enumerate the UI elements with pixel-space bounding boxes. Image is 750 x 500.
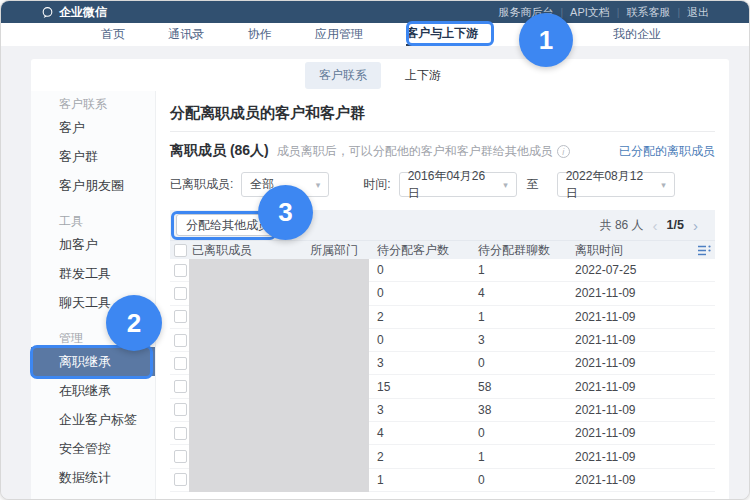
redacted-area (189, 259, 369, 492)
section-header: 离职成员 (86人) 成员离职后，可以分配他的客户和客户群给其他成员 i 已分配… (170, 142, 715, 160)
row-checkbox[interactable] (174, 450, 187, 463)
col-header-pending-groups: 待分配群聊数 (478, 242, 575, 259)
col-header-department: 所属部门 (310, 242, 377, 259)
chevron-down-icon: ▾ (661, 180, 666, 190)
assigned-members-link[interactable]: 已分配的离职成员 (619, 143, 715, 160)
nav-item[interactable]: 协作 (248, 23, 272, 46)
page-background: 客户联系上下游 客户联系客户客户群客户朋友圈工具加客户群发工具聊天工具管理离职继… (1, 46, 749, 499)
topbar-link[interactable]: API文档 (570, 5, 610, 20)
sidebar-item[interactable]: 加客户 (31, 230, 155, 259)
tab[interactable]: 客户联系 (305, 62, 381, 89)
pending-groups-cell: 0 (478, 473, 575, 487)
pending-groups-cell: 3 (478, 333, 575, 347)
page-title: 分配离职成员的客户和客户群 (170, 103, 715, 132)
table-header: 已离职成员 所属部门 待分配客户数 待分配群聊数 离职时间 (170, 240, 715, 259)
sidebar-section-title: 工具 (31, 212, 155, 230)
sidebar-item[interactable]: 数据统计 (31, 463, 155, 492)
table-body: 012022-07-25042021-11-09212021-11-090320… (170, 259, 715, 492)
resign-date-cell: 2021-11-09 (575, 403, 687, 417)
section-description: 成员离职后，可以分配他的客户和客户群给其他成员 (277, 143, 553, 160)
resign-date-cell: 2021-11-09 (575, 380, 687, 394)
resign-date-cell: 2021-11-09 (575, 310, 687, 324)
row-checkbox[interactable] (174, 403, 187, 416)
pending-customers-cell: 4 (377, 426, 478, 440)
app-logo-label: 企业微信 (59, 4, 107, 21)
topbar-link[interactable]: 联系客服 (626, 5, 670, 20)
row-checkbox[interactable] (174, 264, 187, 277)
wecom-logo-icon (41, 6, 54, 19)
link-separator: | (617, 7, 620, 18)
row-checkbox[interactable] (174, 310, 187, 323)
sidebar-item[interactable]: 企业客户标签 (31, 405, 155, 434)
sidebar-item[interactable]: 客户 (31, 113, 155, 142)
app-window: 企业微信 服务商后台|API文档|联系客服|退出 首页通讯录协作应用管理客户与上… (0, 0, 750, 500)
sidebar-item[interactable]: 客户朋友圈 (31, 171, 155, 200)
pending-groups-cell: 0 (478, 356, 575, 370)
pending-customers-cell: 2 (377, 450, 478, 464)
pending-customers-cell: 0 (377, 263, 478, 277)
col-header-resign-date: 离职时间 (575, 242, 687, 259)
pending-customers-cell: 3 (377, 356, 478, 370)
annotation-step-1-badge: 1 (519, 13, 573, 67)
pagination: 共 86 人 ‹ 1/5 › (600, 217, 707, 234)
info-icon: i (557, 145, 570, 158)
pending-customers-cell: 1 (377, 473, 478, 487)
row-checkbox[interactable] (174, 334, 187, 347)
sidebar-item[interactable]: 安全管控 (31, 434, 155, 463)
pending-groups-cell: 1 (478, 450, 575, 464)
row-checkbox[interactable] (174, 427, 187, 440)
date-to-select[interactable]: 2022年08月12日 ▾ (557, 172, 675, 197)
resign-date-cell: 2021-11-09 (575, 426, 687, 440)
pending-groups-cell: 4 (478, 286, 575, 300)
sidebar-item[interactable]: 客户群 (31, 142, 155, 171)
pending-customers-cell: 15 (377, 380, 478, 394)
nav-item[interactable]: 我的企业 (613, 23, 661, 46)
pending-groups-cell: 1 (478, 263, 575, 277)
pending-customers-cell: 2 (377, 310, 478, 324)
pending-customers-cell: 0 (377, 333, 478, 347)
page-indicator: 1/5 (667, 218, 684, 232)
link-separator: | (677, 7, 680, 18)
pending-customers-cell: 0 (377, 286, 478, 300)
col-header-pending-customers: 待分配客户数 (377, 242, 478, 259)
row-checkbox[interactable] (174, 380, 187, 393)
pending-groups-cell: 0 (478, 426, 575, 440)
section-title: 离职成员 (86人) (170, 142, 269, 160)
row-checkbox[interactable] (174, 473, 187, 486)
chevron-down-icon: ▾ (316, 180, 321, 190)
next-page-icon[interactable]: › (693, 218, 698, 233)
resign-date-cell: 2021-11-09 (575, 450, 687, 464)
resign-date-cell: 2021-11-09 (575, 473, 687, 487)
topbar: 企业微信 服务商后台|API文档|联系客服|退出 (1, 1, 749, 23)
column-settings-icon[interactable] (687, 245, 715, 256)
time-filter-label: 时间: (363, 176, 390, 193)
date-from-value: 2016年04月26日 (408, 168, 495, 202)
member-filter-label: 已离职成员: (170, 176, 233, 193)
pending-groups-cell: 1 (478, 310, 575, 324)
nav-item[interactable]: 通讯录 (168, 23, 204, 46)
date-to-value: 2022年08月12日 (566, 168, 653, 202)
prev-page-icon[interactable]: ‹ (653, 218, 658, 233)
annotation-box-nav-item (406, 21, 494, 46)
resign-date-cell: 2021-11-09 (575, 333, 687, 347)
app-logo[interactable]: 企业微信 (41, 4, 107, 21)
date-from-select[interactable]: 2016年04月26日 ▾ (399, 172, 517, 197)
nav-item[interactable]: 首页 (101, 23, 125, 46)
annotation-step-3-badge: 3 (258, 185, 313, 240)
resign-date-cell: 2022-07-25 (575, 263, 687, 277)
pending-groups-cell: 38 (478, 403, 575, 417)
filter-row: 已离职成员: 全部 ▾ 时间: 2016年04月26日 ▾ 至 (170, 172, 715, 197)
resign-date-cell: 2021-11-09 (575, 286, 687, 300)
tab[interactable]: 上下游 (391, 62, 455, 89)
content-card: 客户联系上下游 客户联系客户客户群客户朋友圈工具加客户群发工具聊天工具管理离职继… (31, 59, 729, 500)
sidebar-section-title: 客户联系 (31, 95, 155, 113)
members-table: 分配给其他成员 共 86 人 ‹ 1/5 › 已离职成员 (170, 210, 715, 492)
row-checkbox[interactable] (174, 357, 187, 370)
nav-item[interactable]: 应用管理 (315, 23, 363, 46)
select-all-checkbox[interactable] (174, 244, 187, 257)
row-checkbox[interactable] (174, 287, 187, 300)
sidebar-item[interactable]: 在职继承 (31, 376, 155, 405)
pending-customers-cell: 3 (377, 403, 478, 417)
topbar-link[interactable]: 退出 (687, 5, 709, 20)
sidebar-item[interactable]: 群发工具 (31, 259, 155, 288)
